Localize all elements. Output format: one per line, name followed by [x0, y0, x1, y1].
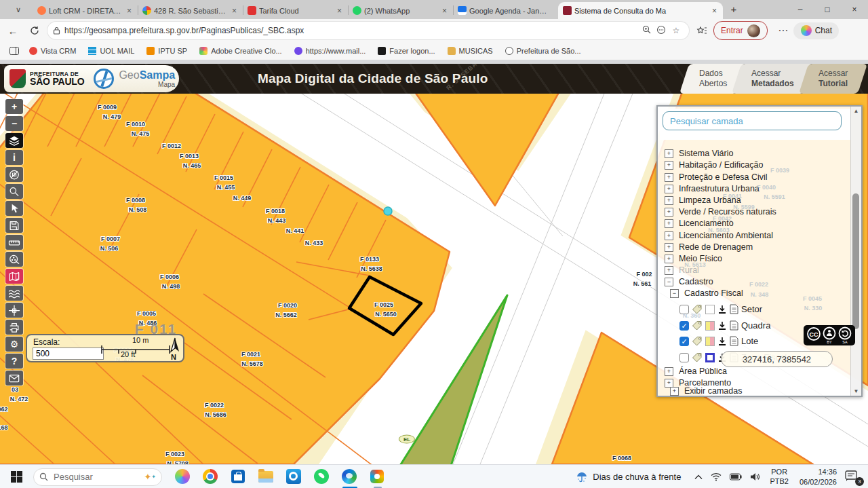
expand-toggle-icon[interactable]: +: [665, 243, 673, 252]
outlook-taskbar-icon[interactable]: [286, 469, 302, 485]
zoom-out-button[interactable]: −: [5, 116, 23, 131]
metadata-doc-icon[interactable]: [730, 304, 738, 314]
expand-toggle-icon[interactable]: −: [665, 278, 673, 286]
measure-button[interactable]: [5, 235, 23, 250]
tab-close-icon[interactable]: ×: [441, 6, 448, 16]
layer-group-infraestrutura-urbana[interactable]: +Infraestrutura Urbana: [665, 184, 760, 193]
scroll-down-icon[interactable]: ▼: [851, 388, 861, 394]
browser-tab[interactable]: 428 R. São Sebastião - Googl×: [138, 2, 243, 19]
style-swatch-icon[interactable]: [705, 353, 715, 362]
layer-group-cadastro-fiscal[interactable]: −Cadastro Fiscal: [670, 288, 743, 298]
metadata-doc-icon[interactable]: [730, 336, 738, 346]
style-swatch-icon[interactable]: [705, 321, 715, 331]
sidebar-toggle-icon[interactable]: [5, 42, 23, 60]
close-button[interactable]: ×: [841, 0, 868, 19]
back-button[interactable]: ←: [4, 22, 22, 39]
layer-checkbox[interactable]: ✓: [679, 321, 689, 331]
favorites-bar-icon[interactable]: [693, 22, 711, 39]
expand-toggle-icon[interactable]: +: [665, 219, 673, 228]
bookmark-item[interactable]: https://www.mail...: [294, 47, 366, 55]
info-button[interactable]: i: [5, 150, 23, 165]
browser-tab[interactable]: Google Agenda - Janeiro de 20: [453, 2, 558, 19]
search-button[interactable]: [5, 184, 23, 199]
layer-row-quadra[interactable]: ✓Quadra: [679, 320, 773, 331]
tag-icon[interactable]: [692, 336, 703, 346]
chrome-taskbar-icon[interactable]: [203, 469, 219, 485]
tab-search-button[interactable]: ∨: [7, 2, 30, 17]
logo-badge[interactable]: PREFEITURA DE SÃO PAULO GeoSampa Mapa: [4, 65, 179, 92]
media-button[interactable]: [5, 252, 23, 267]
taskbar-search-input[interactable]: [52, 471, 144, 483]
settings-button[interactable]: ⚙: [5, 337, 23, 352]
help-button[interactable]: ?: [5, 354, 23, 369]
scale-input[interactable]: [33, 348, 104, 360]
expand-toggle-icon[interactable]: +: [665, 185, 673, 193]
start-button[interactable]: [11, 471, 22, 483]
browser-tab[interactable]: Sistema de Consulta do Ma×: [558, 2, 723, 19]
speaker-icon[interactable]: [750, 472, 760, 481]
bookmark-item[interactable]: UOL MAIL: [88, 47, 134, 55]
layer-group-exibir-camadas[interactable]: +Exibir camadas: [670, 386, 742, 396]
tray-chevron-icon[interactable]: [694, 474, 703, 480]
store-taskbar-icon[interactable]: [231, 469, 247, 485]
taskbar-search[interactable]: ✦✦: [33, 468, 162, 486]
scroll-up-icon[interactable]: ▲: [851, 108, 861, 114]
favorite-star-icon[interactable]: ☆: [669, 26, 684, 35]
refresh-button[interactable]: [26, 22, 43, 39]
battery-icon[interactable]: [730, 473, 742, 481]
clock[interactable]: 14:36 06/02/2026: [800, 467, 837, 487]
crosshair-button[interactable]: [5, 303, 23, 318]
download-icon[interactable]: [717, 337, 727, 346]
bookmark-item[interactable]: IPTU SP: [146, 47, 187, 55]
bookmark-item[interactable]: Prefeitura de São...: [505, 47, 581, 55]
tab-close-icon[interactable]: ×: [125, 6, 133, 16]
expand-toggle-icon[interactable]: +: [665, 231, 673, 240]
expand-toggle-icon[interactable]: +: [665, 208, 673, 217]
zoom-page-icon[interactable]: [639, 25, 654, 36]
map-tool-button[interactable]: [5, 269, 23, 284]
select-button[interactable]: [5, 201, 23, 216]
tab-close-icon[interactable]: ×: [711, 6, 718, 16]
browser-tab[interactable]: Loft CRM - DIRETA NEGÓCIO×: [33, 2, 138, 19]
download-icon[interactable]: [717, 305, 727, 314]
bookmark-item[interactable]: MUSICAS: [448, 47, 493, 55]
entrar-button[interactable]: Entrar: [713, 21, 768, 40]
layer-group-cadastro[interactable]: −Cadastro: [665, 277, 713, 286]
layer-group-sistema-vi-rio[interactable]: +Sistema Viário: [665, 149, 733, 158]
expand-toggle-icon[interactable]: +: [665, 161, 673, 170]
pan-button[interactable]: [5, 167, 23, 182]
browser-tab[interactable]: (2) WhatsApp×: [348, 2, 453, 19]
bookmark-item[interactable]: Vista CRM: [29, 47, 76, 55]
copilot-taskbar-icon[interactable]: [175, 469, 191, 485]
explorer-taskbar-icon[interactable]: [258, 469, 275, 485]
layer-checkbox[interactable]: ✓: [679, 337, 689, 346]
copilot-chat-button[interactable]: Chat: [793, 22, 839, 39]
layer-group--rea-p-blica[interactable]: +Área Pública: [665, 367, 727, 376]
mail-button[interactable]: [5, 371, 23, 386]
metadata-doc-icon[interactable]: [730, 320, 738, 331]
waves-button[interactable]: [5, 286, 23, 301]
edge-taskbar-icon[interactable]: [342, 469, 358, 485]
expand-toggle-icon[interactable]: +: [665, 266, 673, 275]
scrollbar-thumb[interactable]: [852, 193, 859, 329]
reader-options-icon[interactable]: [654, 25, 669, 37]
language-indicator[interactable]: POR PTB2: [770, 468, 789, 487]
tab-close-icon[interactable]: ×: [336, 6, 343, 16]
layers-button[interactable]: [5, 133, 23, 148]
style-swatch-icon[interactable]: [705, 337, 715, 346]
layer-row-lote[interactable]: ✓Lote: [679, 336, 761, 346]
notification-center[interactable]: 3: [845, 470, 860, 484]
bookmark-item[interactable]: Fazer logon...: [378, 47, 435, 55]
tag-icon[interactable]: [692, 352, 703, 362]
print-button[interactable]: [5, 320, 23, 335]
new-tab-button[interactable]: +: [726, 2, 742, 17]
layer-group-habita-o-edifica-o[interactable]: +Habitação / Edificação: [665, 160, 763, 170]
tab-close-icon[interactable]: ×: [231, 6, 238, 16]
style-swatch-icon[interactable]: [705, 305, 715, 314]
expand-toggle-icon[interactable]: +: [665, 367, 673, 376]
layer-checkbox[interactable]: [679, 353, 689, 362]
expand-toggle-icon[interactable]: +: [665, 149, 673, 158]
tag-icon[interactable]: [692, 320, 703, 331]
layer-group-rede-de-drenagem[interactable]: +Rede de Drenagem: [665, 242, 753, 252]
expand-toggle-icon[interactable]: +: [670, 387, 679, 396]
